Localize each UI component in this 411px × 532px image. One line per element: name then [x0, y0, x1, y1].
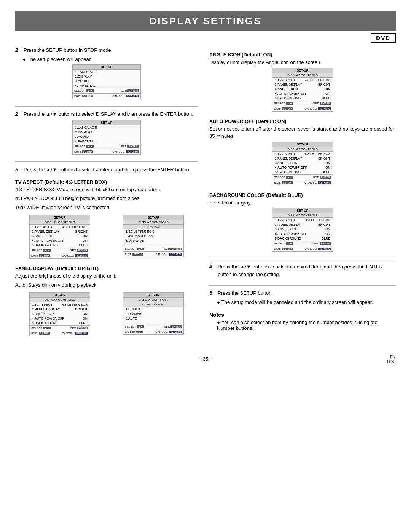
- set-label: SET: ENTER: [121, 89, 139, 93]
- step-2-block: 2 Press the ▲/▼ buttons to select DISPLA…: [15, 110, 198, 155]
- divider-2: [15, 161, 198, 162]
- step-5-header: 5 Press the SETUP button.: [209, 289, 396, 297]
- pd-sub-item1: 1.BRIGHT: [123, 307, 183, 312]
- ap-item2: 2.PANEL DISPLAYBRIGHT: [272, 156, 333, 161]
- tv-sub-title: SET-UP: [123, 215, 183, 220]
- step-1-text: Press the SETUP button in STOP mode.: [24, 46, 112, 54]
- menu-item-display: 2.DISPLAY: [73, 74, 140, 79]
- dc-panel-item1: 1.TV ASPECT4:3 LETTER BOX: [30, 302, 90, 307]
- bg-footer1: SELECT ▲▼ SET: ENTER: [272, 241, 333, 246]
- menu-item-audio: 3.AUDIO: [73, 79, 140, 83]
- step-2-num: 2: [15, 110, 21, 117]
- step-3-num: 3: [15, 166, 21, 173]
- step-5-num: 5: [209, 289, 215, 296]
- ai-item4: 4.AUTO POWER OFFON: [272, 91, 333, 96]
- ap-title: SET-UP: [272, 142, 333, 147]
- pd-sub-subtitle: DISPLAY CONTROLS: [123, 298, 183, 302]
- background-color-block: BACKGROUND COLOR (Default: BLUE) Select …: [209, 192, 396, 252]
- menu-item-2-audio: 3.AUDIO: [73, 134, 140, 139]
- divider-right-1: [209, 259, 396, 259]
- panel-display-menus: SET-UP DISPLAY CONTROLS 1.TV ASPECT4:3 L…: [15, 291, 198, 338]
- dc-tv-footer1: SELECT ▲▼ SET: ENTER: [30, 248, 90, 253]
- tv-aspect-line3: 16:9 WIDE: If wide screen TV is connecte…: [15, 204, 198, 211]
- auto-power-title: AUTO POWER OFF (Default: ON): [209, 118, 396, 124]
- bg-color-title: BACKGROUND COLOR (Default: BLUE): [209, 192, 396, 198]
- notes-section: Notes You can also select an item by ent…: [209, 312, 396, 331]
- ai-subtitle: DISPLAY CONTROLS: [272, 73, 333, 78]
- tv-sub-item3: 3.16:9 WIDE: [123, 238, 183, 243]
- auto-power-line1: Set or not set to turn off after the scr…: [209, 125, 396, 140]
- cancel-label: CANCEL:RETURN: [112, 94, 139, 98]
- right-column: ANGLE ICON (Default: ON) Display or not …: [209, 46, 396, 345]
- divider-1: [15, 106, 198, 107]
- step-1-header: 1 Press the SETUP button in STOP mode.: [15, 46, 198, 54]
- tv-sub-subtitle: DISPLAY CONTROLS: [123, 220, 183, 225]
- dc-panel-item3: 3.ANGLE ICONON: [30, 312, 90, 316]
- dc-panel-subtitle: DISPLAY CONTROLS: [30, 298, 90, 302]
- menu-setup-main: SET-UP 1.LANGUAGE 2.DISPLAY 3.AUDIO 4.PA…: [72, 64, 141, 99]
- pd-sub-subtitle2: PANEL DISPLAY: [123, 302, 183, 307]
- step-4-header: 4 Press the ▲/▼ buttons to select a desi…: [209, 263, 396, 278]
- menu-setup-title: SET-UP: [73, 65, 140, 70]
- tv-aspect-line2: 4:3 PAN & SCAN: Full height picture, tri…: [15, 195, 198, 202]
- menu-setup-title-2: SET-UP: [73, 120, 140, 125]
- footer-en: EN 1L25: [387, 355, 396, 364]
- menu-bg-color: SET-UP DISPLAY CONTROLS 1.TV ASPECT4:3 L…: [272, 208, 333, 252]
- bg-item5: 5.BACKGROUNDBLUE: [272, 236, 333, 241]
- main-content: 1 Press the SETUP button in STOP mode. T…: [15, 46, 396, 345]
- menu-item-parental: 4.PARENTAL: [73, 83, 140, 88]
- pd-sub-title: SET-UP: [123, 293, 183, 298]
- ap-footer1: SELECT ▲▼ SET: ENTER: [272, 174, 333, 180]
- dc-tv-footer2: EXIT: SETUP CANCEL:RETURN: [30, 253, 90, 258]
- ap-item5: 5.BACKGROUNDBLUE: [272, 170, 333, 174]
- auto-power-block: AUTO POWER OFF (Default: ON) Set or not …: [209, 118, 396, 185]
- tv-aspect-title: TV ASPECT (Default: 4:3 LETTER BOX): [15, 179, 198, 185]
- notes-title: Notes: [209, 312, 396, 318]
- dc-tv-item2: 2.PANEL DISPLAYBRIGHT: [30, 229, 90, 234]
- dc-title-tv: SET-UP: [30, 215, 90, 220]
- ai-item2: 2.PANEL DISPLAYBRIGHT: [272, 82, 333, 87]
- exit-label: EXIT: SETUP: [74, 94, 93, 98]
- step-4-text: Press the ▲/▼ buttons to select a desire…: [218, 263, 396, 278]
- menu-display-controls-tv: SET-UP DISPLAY CONTROLS 1.TV ASPECT4:3 L…: [29, 215, 90, 259]
- pd-sub-footer1: SELECT ▲▼ SET: ENTER: [123, 324, 183, 329]
- page-number: – 35 –: [199, 356, 212, 362]
- cancel-label-2: CANCEL:RETURN: [112, 150, 139, 153]
- tv-sub-item2: 2.4:3 PAN & SCAN: [123, 234, 183, 238]
- dc-panel-footer2: EXIT: SETUP CANCEL:RETURN: [30, 331, 90, 336]
- bg-item4: 4.AUTO POWER OFFON: [272, 232, 333, 236]
- bg-item3: 3.ANGLE ICONON: [272, 227, 333, 232]
- ap-footer2: EXIT: SETUP CANCEL:RETURN: [272, 180, 333, 185]
- menu-display-controls-panel: SET-UP DISPLAY CONTROLS 1.TV ASPECT4:3 L…: [29, 292, 90, 336]
- dc-tv-item5: 5.BACKGROUNDBLUE: [30, 243, 90, 248]
- step-3-header: 3 Press the ▲/▼ buttons to select an ite…: [15, 166, 198, 174]
- ap-item1: 1.TV ASPECT4:3 LETTER BOX: [272, 152, 333, 156]
- dc-tv-item3: 3.ANGLE ICONON: [30, 234, 90, 238]
- step-5-block: 5 Press the SETUP button. The setup mode…: [209, 289, 396, 305]
- pd-sub-item2: 2.DIMMER: [123, 312, 183, 316]
- dc-subtitle-tv: DISPLAY CONTROLS: [30, 220, 90, 225]
- tv-sub-footer2: EXIT: SETUP CANCEL:RETURN: [123, 251, 183, 257]
- ai-title: SET-UP: [272, 68, 333, 73]
- dc-tv-item4: 4.AUTO POWER OFFON: [30, 238, 90, 243]
- panel-display-title: PANEL DISPLAY (Default : BRIGHT): [15, 265, 198, 271]
- pd-sub-item3: 3.AUTO: [123, 316, 183, 321]
- ap-subtitle: DISPLAY CONTROLS: [272, 147, 333, 152]
- step-1-num: 1: [15, 46, 21, 53]
- menu-setup-display-selected: SET-UP 1.LANGUAGE 2.DISPLAY 3.AUDIO 4.PA…: [72, 120, 141, 155]
- menu-panel-display-sub: SET-UP DISPLAY CONTROLS PANEL DISPLAY 1.…: [123, 292, 184, 335]
- ai-item3: 3.ANGLE ICONON: [272, 87, 333, 91]
- step-2-header: 2 Press the ▲/▼ buttons to select DISPLA…: [15, 110, 198, 118]
- left-column: 1 Press the SETUP button in STOP mode. T…: [15, 46, 198, 345]
- dc-panel-title: SET-UP: [30, 293, 90, 298]
- angle-icon-line1: Display or not display the Angle icon on…: [209, 59, 396, 66]
- ai-footer2: EXIT: SETUP CANCEL:RETURN: [272, 106, 333, 111]
- ap-item3: 3.ANGLE ICONON: [272, 161, 333, 165]
- ai-item1: 1.TV ASPECT4:3 LETTER BOX: [272, 78, 333, 82]
- bg-footer2: EXIT: SETUP CANCEL:RETURN: [272, 246, 333, 251]
- step-5-bullet1: The setup mode will be canceled and the …: [217, 299, 396, 305]
- step-4-num: 4: [209, 263, 215, 270]
- bg-item2: 2.PANEL DISPLAYBRIGHT: [272, 222, 333, 227]
- panel-display-line2: Auto: Stays dim only during playback.: [15, 281, 198, 289]
- menu-item-2-display: 2.DISPLAY: [73, 130, 140, 134]
